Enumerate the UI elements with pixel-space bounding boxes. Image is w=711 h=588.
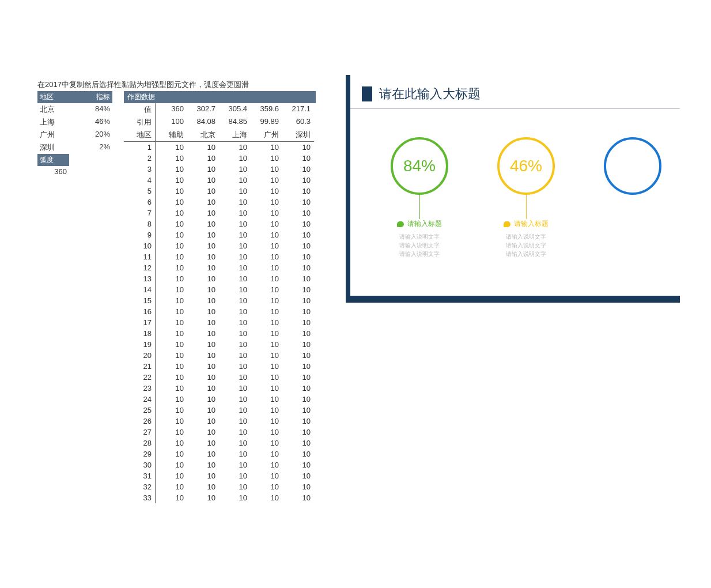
plot-cell[interactable]: 10: [219, 306, 251, 317]
plot-row-index[interactable]: 26: [124, 416, 156, 427]
arc-value[interactable]: 360: [37, 166, 69, 177]
plot-cell[interactable]: 10: [187, 197, 219, 208]
plot-cell[interactable]: 10: [219, 383, 251, 394]
plot-cell[interactable]: 10: [251, 394, 282, 405]
plot-cell[interactable]: 10: [251, 229, 282, 240]
plot-row-index[interactable]: 15: [124, 295, 156, 306]
plot-cell[interactable]: 10: [156, 229, 187, 240]
plot-cell[interactable]: 10: [219, 262, 251, 273]
plot-row-index[interactable]: 21: [124, 361, 156, 372]
plot-cell[interactable]: 10: [282, 317, 314, 328]
plot-cell[interactable]: 10: [251, 438, 282, 448]
plot-cell[interactable]: 10: [219, 317, 251, 328]
plot-cell[interactable]: 10: [282, 262, 314, 273]
plot-cell[interactable]: 10: [282, 164, 314, 175]
plot-cell[interactable]: 10: [156, 427, 187, 438]
table-row[interactable]: 上海46%: [37, 116, 112, 129]
plot-cell[interactable]: 10: [219, 197, 251, 208]
plot-cell[interactable]: 10: [219, 153, 251, 164]
plot-row-label[interactable]: 值: [124, 103, 156, 116]
plot-row-index[interactable]: 19: [124, 339, 156, 350]
plot-cell[interactable]: 10: [219, 218, 251, 229]
plot-cell[interactable]: 10: [282, 295, 314, 306]
plot-cell[interactable]: 10: [187, 240, 219, 251]
plot-cell[interactable]: 10: [156, 438, 187, 448]
plot-cell[interactable]: 10: [251, 218, 282, 229]
plot-cell[interactable]: 10: [219, 394, 251, 405]
plot-cell[interactable]: 10: [219, 427, 251, 438]
plot-cell[interactable]: 10: [156, 240, 187, 251]
plot-cell[interactable]: 10: [219, 251, 251, 262]
plot-cell[interactable]: 10: [156, 284, 187, 295]
plot-cell[interactable]: 10: [156, 306, 187, 317]
plot-cell[interactable]: 10: [187, 142, 219, 153]
plot-cell[interactable]: 359.6: [251, 103, 282, 116]
plot-cell[interactable]: 10: [219, 229, 251, 240]
plot-cell[interactable]: 10: [282, 350, 314, 361]
plot-cell[interactable]: 10: [156, 273, 187, 284]
plot-cell[interactable]: 10: [156, 394, 187, 405]
plot-cell[interactable]: 10: [251, 295, 282, 306]
plot-cell[interactable]: 10: [251, 339, 282, 350]
plot-cell[interactable]: 10: [187, 448, 219, 459]
plot-cell[interactable]: 10: [156, 142, 187, 153]
plot-row-index[interactable]: 33: [124, 492, 156, 503]
table-row[interactable]: 深圳2%: [37, 141, 112, 154]
plot-cell[interactable]: 10: [156, 317, 187, 328]
plot-row-index[interactable]: 16: [124, 306, 156, 317]
plot-cell[interactable]: 10: [219, 339, 251, 350]
plot-row-index[interactable]: 9: [124, 229, 156, 240]
plot-row-index[interactable]: 8: [124, 218, 156, 229]
plot-cell[interactable]: 10: [251, 142, 282, 153]
plot-cell[interactable]: 10: [219, 361, 251, 372]
plot-cell[interactable]: 10: [219, 350, 251, 361]
plot-cell[interactable]: 10: [251, 361, 282, 372]
plot-cell[interactable]: 10: [156, 262, 187, 273]
plot-cell[interactable]: 10: [251, 372, 282, 383]
plot-row-index[interactable]: 29: [124, 448, 156, 459]
plot-cell[interactable]: 10: [187, 251, 219, 262]
plot-cell[interactable]: 10: [187, 186, 219, 197]
plot-cell[interactable]: 10: [282, 197, 314, 208]
plot-cell[interactable]: 10: [187, 328, 219, 339]
plot-cell[interactable]: 10: [219, 186, 251, 197]
plot-cell[interactable]: 10: [156, 372, 187, 383]
plot-row-label[interactable]: 引用: [124, 116, 156, 129]
plot-cell[interactable]: 10: [156, 251, 187, 262]
plot-row-index[interactable]: 30: [124, 459, 156, 470]
plot-cell[interactable]: 10: [187, 481, 219, 492]
plot-cell[interactable]: 北京: [187, 129, 219, 142]
plot-row-index[interactable]: 14: [124, 284, 156, 295]
plot-cell[interactable]: 10: [282, 186, 314, 197]
plot-row-index[interactable]: 23: [124, 383, 156, 394]
plot-cell[interactable]: 上海: [219, 129, 251, 142]
plot-cell[interactable]: 10: [251, 383, 282, 394]
plot-cell[interactable]: 10: [251, 470, 282, 481]
plot-cell[interactable]: 10: [219, 142, 251, 153]
plot-cell[interactable]: 10: [219, 416, 251, 427]
plot-row-index[interactable]: 6: [124, 197, 156, 208]
plot-cell[interactable]: 10: [156, 197, 187, 208]
plot-cell[interactable]: 10: [187, 427, 219, 438]
plot-cell[interactable]: 10: [187, 383, 219, 394]
plot-cell[interactable]: 辅助: [156, 129, 187, 142]
plot-cell[interactable]: 10: [187, 153, 219, 164]
plot-cell[interactable]: 10: [187, 317, 219, 328]
plot-cell[interactable]: 10: [156, 481, 187, 492]
plot-cell[interactable]: 10: [251, 328, 282, 339]
plot-cell[interactable]: 305.4: [219, 103, 251, 116]
plot-cell[interactable]: 10: [219, 175, 251, 186]
plot-cell[interactable]: 10: [282, 481, 314, 492]
plot-cell[interactable]: 10: [219, 405, 251, 416]
plot-cell[interactable]: 10: [156, 339, 187, 350]
plot-cell[interactable]: 10: [251, 208, 282, 218]
plot-cell[interactable]: 10: [187, 492, 219, 503]
plot-cell[interactable]: 10: [219, 459, 251, 470]
plot-cell[interactable]: 10: [219, 164, 251, 175]
plot-cell[interactable]: 10: [251, 175, 282, 186]
plot-cell[interactable]: 10: [282, 470, 314, 481]
plot-cell[interactable]: 10: [187, 394, 219, 405]
plot-cell[interactable]: 10: [282, 229, 314, 240]
plot-row-index[interactable]: 4: [124, 175, 156, 186]
plot-cell[interactable]: 10: [251, 427, 282, 438]
